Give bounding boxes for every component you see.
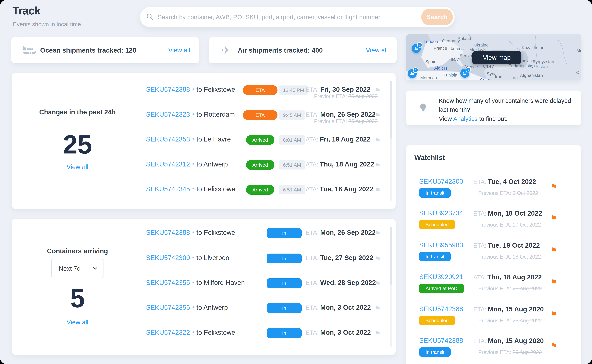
dot-separator: • (192, 111, 194, 117)
container-link[interactable]: SEKU3920921 (419, 273, 463, 281)
map-label: Spain (425, 59, 437, 64)
map-ship-marker[interactable]: 3 (460, 69, 469, 78)
map-label: London (424, 39, 438, 44)
dot-separator: • (192, 304, 194, 310)
eta-date: Wed, 28 Sep 2022 (320, 279, 376, 286)
ship-icon (22, 45, 37, 56)
destination: to Antwerp (196, 160, 228, 168)
flag-icon[interactable]: ⚑ (551, 278, 557, 286)
flag-icon[interactable]: ⚑ (375, 136, 380, 144)
watchlist-entry: SEKU3920921 Arrived at PoD ATA:Thu, 18 A… (406, 272, 581, 296)
watchlist-card: Watchlist SEKU5742300 In transit ETA:Tue… (406, 145, 581, 364)
page-title: Track (13, 4, 40, 17)
previous-eta: Previous ETA: 3 Oct 2022 (478, 190, 538, 196)
status-badge: Arrived (246, 185, 274, 195)
flag-icon[interactable]: ⚑ (375, 280, 380, 288)
map-preview[interactable]: London Germany Poland Ukraine Kazakhstan… (406, 34, 581, 80)
status-badge: In transit (419, 188, 451, 198)
scrollbar-thumb[interactable] (390, 81, 392, 139)
container-link[interactable]: SEKU5742300 (146, 254, 190, 261)
flag-icon[interactable]: ⚑ (375, 305, 380, 312)
container-link[interactable]: SEKU5742356 (146, 304, 190, 311)
plane-icon: ✈ (221, 43, 231, 57)
flag-icon[interactable]: ⚑ (375, 162, 380, 169)
container-link[interactable]: SEKU5742388 (146, 229, 190, 236)
chevron-down-icon (93, 267, 97, 270)
destination: to Le Havre (196, 136, 231, 143)
flag-icon[interactable]: ⚑ (375, 330, 380, 338)
map-label: Turkey (481, 64, 494, 69)
map-label: Afghanistan (520, 73, 543, 78)
dot-separator: • (192, 279, 194, 285)
flag-icon[interactable]: ⚑ (375, 112, 380, 119)
previous-eta: Previous ETA: 25 Aug 2022 (478, 349, 542, 355)
status-badge: ETA Change (243, 110, 278, 120)
map-ship-marker[interactable]: 1 (408, 69, 417, 78)
ata-label: ATA: (473, 274, 486, 281)
watchlist-entry: SEKU5742388 Scheduled ETA:Mon, 15 Aug 20… (406, 304, 581, 328)
container-link[interactable]: SEKU5742322 (146, 329, 190, 336)
map-ship-marker[interactable]: 2 (412, 44, 421, 53)
scrollbar-thumb[interactable] (390, 227, 392, 285)
container-link[interactable]: SEKU5742312 (146, 160, 190, 168)
flag-icon[interactable]: ⚑ (551, 214, 557, 223)
container-link[interactable]: SEKU5742355 (146, 279, 190, 286)
flag-icon[interactable]: ⚑ (375, 87, 380, 94)
status-badge: Arrived (246, 160, 274, 170)
map-label: Kazakhstan (522, 45, 545, 50)
status-badge: In transit (267, 328, 302, 338)
status-badge: In transit (419, 347, 451, 357)
map-label: Kyrgyzstan (533, 59, 554, 64)
container-link[interactable]: SEKU3955983 (419, 241, 463, 249)
container-link[interactable]: SEKU5742345 (146, 185, 190, 193)
container-link[interactable]: SEKU5742300 (419, 177, 463, 185)
air-view-all-link[interactable]: View all (366, 47, 388, 54)
eta-date: Mon, 15 Aug 2020 (488, 305, 544, 313)
container-link[interactable]: SEKU3923734 (419, 209, 463, 217)
view-map-button[interactable]: View map (472, 51, 521, 64)
flag-icon[interactable]: ⚑ (551, 310, 557, 318)
arriving-scrollbar[interactable] (390, 227, 392, 347)
container-link[interactable]: SEKU5742353 (146, 136, 190, 143)
air-summary-card: ✈ Air shipments tracked: 400 View all (209, 37, 397, 63)
eta-label: ETA: (306, 280, 319, 286)
container-link[interactable]: SEKU5742388 (419, 305, 463, 313)
container-link[interactable]: SEKU5742388 (419, 337, 463, 344)
map-label: Germany (442, 39, 460, 43)
watchlist-entry: SEKU3923734 Scheduled ETA:Mon, 18 Oct 20… (406, 208, 581, 232)
eta-label: ETA: (473, 178, 486, 185)
destination: to Felixstowe (196, 329, 235, 336)
dot-separator: • (192, 161, 194, 167)
flag-icon[interactable]: ⚑ (551, 246, 557, 255)
dot-separator: • (192, 186, 194, 192)
marker-count-badge: 1 (413, 67, 419, 73)
container-link[interactable]: SEKU5742323 (146, 110, 190, 118)
status-badge: In transit (419, 252, 451, 261)
search-input[interactable] (157, 13, 421, 21)
watchlist-entry: SEKU5742388 In transit ETA:Mon, 15 Aug 2… (406, 335, 581, 360)
flag-icon[interactable]: ⚑ (551, 182, 557, 191)
flag-icon[interactable]: ⚑ (375, 186, 380, 194)
marker-count-badge: 2 (417, 42, 422, 48)
ata-label: ATA: (306, 136, 318, 143)
search-button[interactable]: Search (421, 9, 453, 26)
ocean-view-all-link[interactable]: View all (168, 47, 190, 54)
flag-icon[interactable]: ⚑ (375, 230, 380, 238)
dot-separator: • (192, 329, 194, 335)
ata-date: Tue, 16 Aug 2022 (320, 185, 373, 193)
flag-icon[interactable]: ⚑ (375, 255, 380, 263)
flag-icon[interactable]: ⚑ (551, 341, 557, 350)
status-badge: In transit (267, 278, 302, 288)
changes-scrollbar[interactable] (390, 81, 392, 201)
analytics-link[interactable]: Analytics (453, 115, 478, 122)
status-badge: In transit (267, 228, 302, 238)
destination: to Liverpool (196, 254, 231, 261)
marker-count-badge: 3 (466, 67, 471, 72)
arriving-view-all-link[interactable]: View all (67, 319, 88, 326)
map-label: Mongolia (576, 48, 581, 53)
map-label: Morocco (420, 75, 437, 80)
eta-date: Tue, 27 Sep 2022 (320, 254, 373, 261)
eta-label: ETA: (306, 111, 319, 118)
container-link[interactable]: SEKU5742388 (146, 86, 190, 93)
eta-label: ETA: (306, 254, 319, 261)
